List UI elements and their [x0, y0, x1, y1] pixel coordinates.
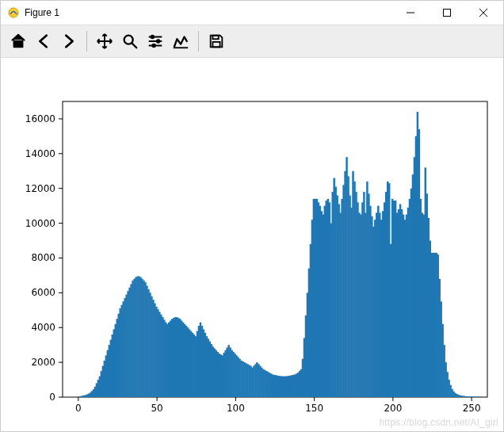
plot-area[interactable]: 0501001502002500200040006000800010000120…	[1, 58, 503, 431]
edit-button[interactable]	[168, 29, 193, 54]
svg-text:0: 0	[75, 403, 82, 414]
save-button[interactable]	[204, 29, 229, 54]
forward-button[interactable]	[56, 29, 82, 54]
toolbar-separator	[198, 31, 199, 52]
maximize-button[interactable]	[429, 1, 465, 25]
svg-text:16000: 16000	[25, 113, 55, 124]
svg-rect-1	[444, 10, 451, 17]
svg-text:6000: 6000	[31, 287, 55, 298]
minimize-button[interactable]	[392, 1, 429, 25]
svg-text:0: 0	[49, 392, 55, 403]
app-icon	[7, 6, 20, 19]
zoom-button[interactable]	[117, 29, 143, 54]
svg-text:2000: 2000	[31, 357, 55, 368]
svg-text:100: 100	[227, 403, 245, 414]
svg-text:10000: 10000	[25, 218, 55, 229]
svg-rect-7	[212, 42, 220, 47]
window-title: Figure 1	[25, 7, 59, 18]
svg-point-0	[9, 8, 18, 17]
close-button[interactable]	[465, 1, 502, 25]
svg-text:4000: 4000	[31, 322, 55, 333]
home-button[interactable]	[6, 29, 31, 54]
svg-text:12000: 12000	[25, 183, 55, 194]
svg-text:200: 200	[384, 403, 402, 414]
svg-point-4	[157, 40, 160, 43]
svg-rect-6	[212, 36, 218, 40]
svg-text:14000: 14000	[25, 148, 55, 159]
svg-text:8000: 8000	[31, 252, 55, 263]
back-button[interactable]	[31, 29, 56, 54]
toolbar-separator	[86, 31, 87, 52]
svg-point-5	[152, 44, 155, 48]
histogram-chart: 0501001502002500200040006000800010000120…	[1, 58, 503, 432]
figure-window: Figure 1	[0, 0, 504, 432]
titlebar: Figure 1	[1, 1, 503, 25]
configure-button[interactable]	[143, 29, 168, 54]
svg-text:150: 150	[305, 403, 323, 414]
pan-button[interactable]	[92, 29, 117, 54]
svg-text:50: 50	[151, 403, 162, 414]
svg-point-3	[151, 36, 155, 39]
svg-text:250: 250	[463, 403, 481, 414]
mpl-toolbar	[1, 25, 503, 58]
